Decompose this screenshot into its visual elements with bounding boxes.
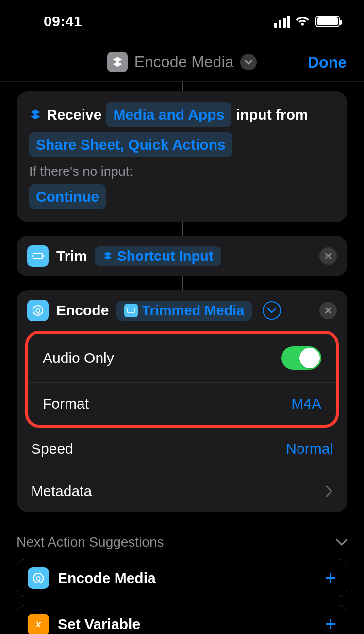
input-sources-token[interactable]: Share Sheet, Quick Actions [29, 132, 232, 157]
encode-input-variable-label: Trimmed Media [142, 303, 244, 319]
receive-summary: Receive Media and Apps input from Share … [29, 102, 335, 157]
cellular-icon [274, 16, 290, 28]
nav-title-group[interactable]: Encode Media [107, 52, 257, 72]
done-button[interactable]: Done [308, 53, 347, 71]
delete-trim-button[interactable] [319, 247, 337, 265]
status-bar: 09:41 [0, 0, 364, 43]
suggestions-header[interactable]: Next Action Suggestions [17, 534, 347, 550]
no-input-action-token[interactable]: Continue [29, 184, 106, 209]
format-row[interactable]: Format M4A [28, 382, 336, 425]
suggestion-encode-media[interactable]: Q Encode Media + [17, 559, 347, 597]
close-icon [324, 252, 332, 260]
page-title: Encode Media [134, 53, 234, 71]
encode-input-variable[interactable]: Trimmed Media [116, 301, 252, 321]
trim-action-card[interactable]: Trim Shortcut Input [17, 236, 347, 276]
trim-title: Trim [56, 248, 87, 264]
variable-icon: x [28, 614, 49, 634]
trim-input-variable[interactable]: Shortcut Input [95, 246, 221, 266]
svg-rect-1 [32, 255, 33, 257]
delete-encode-button[interactable] [319, 302, 337, 319]
wifi-icon [295, 16, 311, 27]
quicktime-icon: Q [28, 567, 49, 589]
status-time: 09:41 [44, 13, 82, 30]
suggestion-set-variable[interactable]: x Set Variable + [17, 605, 347, 634]
suggestion-label: Encode Media [58, 570, 156, 586]
chevron-down-icon [336, 539, 347, 546]
trim-app-icon [27, 245, 49, 267]
audio-only-row[interactable]: Audio Only [28, 334, 336, 382]
shortcut-app-icon [107, 52, 128, 72]
chevron-down-icon [245, 60, 252, 65]
receive-verb: Receive [47, 103, 101, 126]
encode-app-icon: Q [27, 300, 49, 321]
close-icon [324, 307, 332, 314]
svg-rect-2 [43, 255, 44, 257]
receive-action-card[interactable]: Receive Media and Apps input from Share … [17, 91, 347, 222]
collapse-options-button[interactable] [263, 301, 281, 320]
svg-rect-0 [33, 253, 43, 259]
audio-only-label: Audio Only [43, 350, 114, 366]
no-input-label: If there's no input: [29, 164, 335, 179]
add-suggestion-button[interactable]: + [325, 567, 336, 589]
svg-text:Q: Q [36, 575, 41, 582]
shortcut-glyph-icon [29, 108, 42, 121]
speed-label: Speed [31, 441, 73, 457]
battery-icon [315, 16, 340, 27]
connector-line [182, 82, 183, 91]
audio-only-toggle[interactable] [281, 346, 321, 370]
svg-rect-5 [128, 308, 134, 313]
trim-input-variable-label: Shortcut Input [117, 248, 213, 264]
shortcut-glyph-icon [102, 251, 113, 261]
status-indicators [274, 16, 340, 28]
svg-text:Q: Q [35, 307, 40, 314]
nav-bar: Encode Media Done [0, 43, 364, 82]
metadata-label: Metadata [31, 483, 92, 499]
speed-row[interactable]: Speed Normal [17, 428, 347, 470]
metadata-row[interactable]: Metadata [17, 470, 347, 512]
highlighted-options: Audio Only Format M4A [25, 331, 339, 428]
add-suggestion-button[interactable]: + [325, 613, 336, 634]
suggestions-title: Next Action Suggestions [17, 534, 164, 550]
encode-action-card[interactable]: Q Encode Trimmed Media Audio Only Format… [17, 290, 347, 512]
connector-line [182, 222, 183, 236]
chevron-down-icon [267, 308, 276, 313]
receive-tail: input from [236, 103, 308, 126]
media-variable-icon [124, 304, 138, 317]
speed-value[interactable]: Normal [286, 441, 333, 457]
connector-line [182, 276, 183, 290]
format-label: Format [43, 395, 89, 412]
input-types-token[interactable]: Media and Apps [106, 102, 231, 127]
chevron-right-icon [325, 485, 333, 497]
encode-title: Encode [56, 302, 109, 319]
suggestion-label: Set Variable [58, 616, 140, 633]
title-menu-button[interactable] [240, 54, 257, 70]
format-value[interactable]: M4A [291, 395, 321, 412]
svg-text:x: x [35, 619, 41, 629]
